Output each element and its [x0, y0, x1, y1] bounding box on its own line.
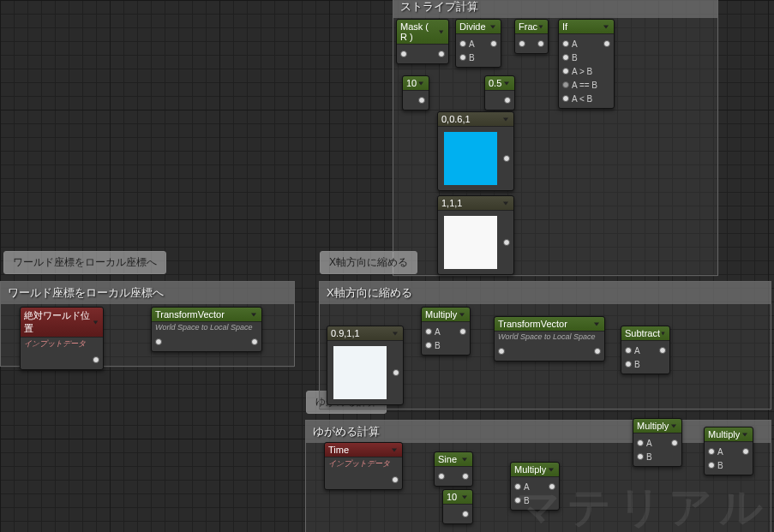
- pin-out[interactable]: [392, 476, 399, 483]
- pin-in[interactable]: [155, 338, 162, 345]
- node-multiply-3[interactable]: Multiply A B: [633, 418, 682, 467]
- pin-a[interactable]: [708, 448, 715, 455]
- node-divide[interactable]: Divide A B: [455, 19, 501, 68]
- pin-out[interactable]: [462, 473, 469, 480]
- pin-b[interactable]: [637, 453, 644, 460]
- node-subtitle: インプットデータ: [21, 338, 103, 350]
- node-title: Frac: [519, 21, 537, 32]
- color-swatch: [333, 346, 387, 399]
- chevron-down-icon[interactable]: [669, 421, 678, 430]
- pin-a[interactable]: [562, 40, 569, 47]
- chevron-down-icon[interactable]: [602, 22, 610, 31]
- node-color-cyan[interactable]: 0,0.6,1: [437, 111, 514, 191]
- pin-a[interactable]: [459, 40, 466, 47]
- chevron-down-icon[interactable]: [391, 329, 399, 338]
- pin-in[interactable]: [438, 473, 445, 480]
- pin-out[interactable]: [490, 40, 497, 47]
- node-multiply-1[interactable]: Multiply A B: [421, 307, 471, 356]
- chevron-down-icon[interactable]: [92, 318, 99, 326]
- pin-out[interactable]: [251, 338, 258, 345]
- pin-out[interactable]: [459, 328, 466, 335]
- node-title: Mask ( R ): [400, 21, 437, 42]
- node-color-white[interactable]: 1,1,1: [437, 195, 514, 275]
- node-const-10b[interactable]: 10: [442, 489, 473, 524]
- pin-a[interactable]: [625, 347, 632, 354]
- chevron-down-icon[interactable]: [460, 493, 469, 501]
- node-const-05[interactable]: 0.5: [484, 75, 515, 111]
- node-title: 0.9,1,1: [331, 328, 360, 338]
- pin-b[interactable]: [562, 54, 569, 61]
- pin-out[interactable]: [503, 155, 510, 162]
- pin-out[interactable]: [742, 448, 749, 455]
- node-transform-vector-2[interactable]: TransformVector World Space to Local Spa…: [494, 316, 605, 362]
- chevron-down-icon[interactable]: [458, 310, 466, 319]
- chevron-down-icon[interactable]: [660, 329, 666, 338]
- node-color-09[interactable]: 0.9,1,1: [327, 326, 404, 405]
- chevron-down-icon[interactable]: [501, 115, 510, 123]
- node-const-10a[interactable]: 10: [402, 75, 429, 111]
- chevron-down-icon[interactable]: [547, 465, 555, 474]
- pin-in[interactable]: [498, 348, 505, 355]
- node-multiply-4[interactable]: Multiply A B: [704, 427, 753, 475]
- chevron-down-icon[interactable]: [249, 310, 258, 319]
- pin-a[interactable]: [425, 328, 432, 335]
- pin-out[interactable]: [418, 97, 425, 104]
- node-title: TransformVector: [498, 319, 567, 329]
- chevron-down-icon[interactable]: [502, 79, 511, 87]
- node-title: Multiply: [514, 464, 546, 475]
- pin-out[interactable]: [438, 51, 445, 57]
- chevron-down-icon[interactable]: [417, 79, 425, 87]
- chevron-down-icon[interactable]: [592, 320, 601, 328]
- node-title: Time: [328, 445, 349, 455]
- pin-out[interactable]: [503, 239, 510, 246]
- pin-in[interactable]: [400, 51, 407, 57]
- chevron-down-icon[interactable]: [437, 27, 445, 36]
- pin-b[interactable]: [459, 54, 466, 61]
- pin-out[interactable]: [393, 369, 399, 376]
- pin-out[interactable]: [462, 511, 469, 517]
- comment-title: X軸方向に縮める: [320, 282, 771, 304]
- comment-title: ゆがめる計算: [306, 421, 771, 443]
- node-title: Sine: [438, 454, 457, 464]
- pin-out[interactable]: [603, 40, 610, 47]
- node-if[interactable]: If A B A > B A == B A < B: [558, 19, 615, 109]
- pin-out[interactable]: [671, 439, 678, 446]
- node-title: Multiply: [637, 421, 669, 431]
- node-subtitle: World Space to Local Space: [495, 332, 604, 342]
- pin-in[interactable]: [519, 40, 525, 47]
- pin-aeqb[interactable]: [562, 81, 569, 88]
- node-time[interactable]: Time インプットデータ: [324, 442, 403, 490]
- pin-out[interactable]: [504, 97, 511, 104]
- hint-world-to-local: ワールド座標をローカル座標へ: [3, 251, 166, 274]
- hint-shrink-x: X軸方向に縮める: [320, 251, 417, 274]
- node-mask[interactable]: Mask ( R ): [396, 19, 449, 64]
- node-abs-world-position[interactable]: 絶対ワールド位置 インプットデータ: [20, 307, 104, 370]
- node-sine[interactable]: Sine: [434, 451, 473, 487]
- node-title: If: [562, 21, 567, 32]
- pin-altb[interactable]: [562, 95, 569, 102]
- pin-b[interactable]: [708, 462, 715, 469]
- node-subtract[interactable]: Subtract A B: [621, 326, 670, 374]
- pin-b[interactable]: [625, 361, 632, 368]
- node-transform-vector-1[interactable]: TransformVector World Space to Local Spa…: [151, 307, 262, 352]
- comment-title: ストライプ計算: [393, 0, 717, 18]
- pin-out[interactable]: [659, 347, 666, 354]
- pin-out[interactable]: [594, 348, 601, 355]
- node-title: 10: [447, 492, 457, 502]
- color-swatch: [444, 216, 497, 269]
- pin-agtb[interactable]: [562, 68, 569, 75]
- chevron-down-icon[interactable]: [489, 22, 497, 31]
- chevron-down-icon[interactable]: [501, 199, 510, 207]
- chevron-down-icon[interactable]: [390, 445, 399, 454]
- chevron-down-icon[interactable]: [460, 455, 469, 463]
- pin-a[interactable]: [637, 439, 644, 446]
- node-title: Multiply: [708, 429, 740, 439]
- node-title: Multiply: [425, 309, 457, 320]
- pin-b[interactable]: [425, 342, 432, 349]
- node-title: 0.5: [489, 78, 501, 88]
- node-frac[interactable]: Frac: [514, 19, 549, 54]
- chevron-down-icon[interactable]: [537, 22, 544, 31]
- pin-out[interactable]: [93, 356, 99, 363]
- pin-out[interactable]: [537, 40, 544, 47]
- chevron-down-icon[interactable]: [741, 430, 749, 439]
